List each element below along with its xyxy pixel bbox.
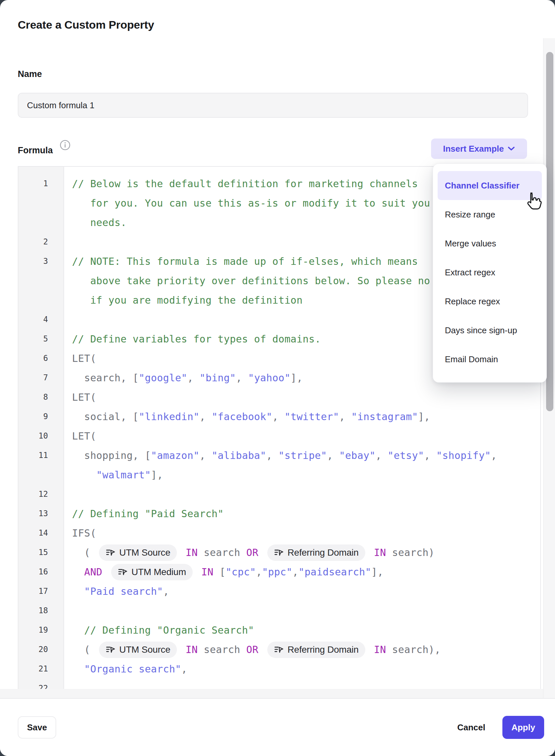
line-number: 8 [18,388,48,407]
code-token: ], [418,411,430,423]
code-token: , [181,663,187,675]
menu-item-channel-classifier[interactable]: Channel Classifier [438,171,542,200]
code-token: "twitter" [285,411,339,423]
line-number [18,465,48,485]
name-input[interactable] [18,93,528,118]
code-token: , [163,586,169,597]
property-chip[interactable]: UTM Source [99,545,177,561]
horizontal-scrollbar-track[interactable] [0,689,555,698]
property-icon [118,568,128,576]
code-token: LET( [72,430,96,442]
code-token: AND [72,566,102,578]
code-token: // NOTE: This formula is made up of if-e… [72,255,418,267]
menu-item-extract-regex[interactable]: Extract regex [438,258,542,287]
formula-label: Formula [18,146,53,156]
code-row: LET( [72,426,540,446]
line-number: 6 [18,349,48,368]
property-chip[interactable]: UTM Source [99,641,177,658]
chevron-down-icon [508,147,515,151]
insert-example-label: Insert Example [443,144,504,154]
apply-button[interactable]: Apply [502,716,544,739]
code-row: "walmart"], [72,465,540,485]
line-number: 19 [18,621,48,640]
line-number: 21 [18,659,48,679]
property-icon [105,548,116,557]
property-chip-label: Referring Domain [288,548,359,558]
insert-example-button[interactable]: Insert Example [431,138,527,159]
code-token: "bing" [200,372,236,384]
code-token [102,566,108,578]
property-chip[interactable]: Referring Domain [267,641,365,658]
code-row: social, ["linkedin", "facebook", "twitte… [72,407,540,426]
info-icon[interactable] [59,140,71,151]
line-number [18,193,48,213]
line-number: 15 [18,543,48,562]
code-token [258,644,264,655]
line-number: 10 [18,426,48,446]
code-row: AND UTM Medium IN ["cpc","ppc","paidsear… [72,562,540,582]
code-token: search), [386,644,440,655]
code-token: ( [72,547,96,558]
code-token: OR [246,547,258,558]
cancel-button[interactable]: Cancel [455,722,487,733]
code-token: "instagram" [351,411,418,423]
code-token [72,586,84,597]
menu-item-days-since-sign-up[interactable]: Days since sign-up [438,316,542,345]
property-icon [105,645,116,654]
code-token: search, [ [72,372,139,384]
code-row: LET( [72,388,540,407]
code-row: ( UTM Source IN search OR Referring Doma… [72,543,540,562]
code-token: needs. [72,217,127,228]
line-number: 12 [18,485,48,504]
code-token: , [187,372,200,384]
line-number: 20 [18,640,48,659]
code-token: above take priority over definitions bel… [72,275,430,286]
menu-item-merge-values[interactable]: Merge values [438,229,542,258]
code-token: , [376,450,388,461]
code-token: ], [151,469,163,481]
code-token: social, [ [72,411,139,423]
property-chip[interactable]: Referring Domain [267,545,365,561]
code-token: LET( [72,353,96,364]
code-token: "amazon" [151,450,200,461]
code-token: "ppc" [262,566,292,578]
code-token: // Defining "Paid Search" [72,508,224,519]
menu-item-replace-regex[interactable]: Replace regex [438,287,542,316]
vertical-scrollbar-thumb[interactable] [546,52,553,411]
code-token: "Paid search" [84,586,163,597]
code-token: "shopify" [436,450,491,461]
code-token: IN [179,644,198,655]
code-token: , [266,450,279,461]
save-button[interactable]: Save [18,716,56,739]
code-token: "ebay" [339,450,376,461]
property-icon [274,548,284,557]
menu-item-email-domain[interactable]: Email Domain [438,345,542,374]
code-token: , [339,411,351,423]
code-token: // Below is the default definition for m… [72,178,418,190]
code-token: "stripe" [279,450,327,461]
line-number: 17 [18,582,48,601]
code-token: "cpc" [225,566,256,578]
code-token: , [200,411,212,423]
code-row [72,485,540,504]
menu-item-resize-range[interactable]: Resize range [438,200,542,229]
property-chip-label: UTM Source [119,644,170,655]
line-number: 13 [18,504,48,523]
code-token: "alibaba" [212,450,266,461]
code-token: "paidsearch" [299,566,372,578]
code-token: ], [291,372,303,384]
property-chip[interactable]: UTM Medium [111,564,193,580]
code-token [72,469,96,481]
code-token: ( [72,644,96,655]
code-token: , [491,450,497,461]
code-row: "Paid search", [72,582,540,601]
code-row: IFS( [72,523,540,543]
code-row [72,601,540,621]
line-number: 11 [18,446,48,465]
property-chip-label: UTM Medium [131,567,186,578]
code-token: , [256,566,262,578]
page-title: Create a Custom Property [18,18,154,31]
line-number [18,213,48,232]
code-token: "google" [139,372,187,384]
code-token: IFS( [72,527,96,539]
